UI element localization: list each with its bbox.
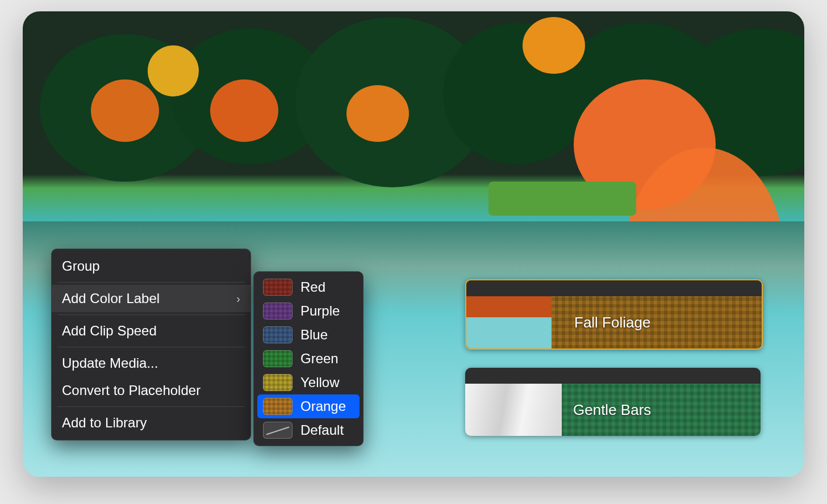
menu-item-label: Update Media... <box>62 355 158 371</box>
clip-thumbnail <box>466 296 552 348</box>
clip-name: Fall Foliage <box>574 314 650 331</box>
clip-thumbnail <box>465 384 562 436</box>
menu-separator <box>57 314 245 315</box>
color-option-orange[interactable]: Orange <box>257 394 360 418</box>
color-option-purple[interactable]: Purple <box>257 299 360 323</box>
color-option-label: Green <box>300 351 339 367</box>
clip-fall-foliage[interactable]: Fall Foliage <box>465 279 763 350</box>
menu-item-add-clip-speed[interactable]: Add Clip Speed <box>52 317 250 345</box>
color-swatch-icon <box>263 374 293 391</box>
color-option-default[interactable]: Default <box>257 418 360 442</box>
menu-item-convert-to-placeholder[interactable]: Convert to Placeholder <box>52 377 250 404</box>
color-option-blue[interactable]: Blue <box>257 323 360 347</box>
color-swatch-icon <box>263 350 293 367</box>
clip-gentle-bars[interactable]: Gentle Bars <box>465 368 761 436</box>
menu-item-group[interactable]: Group <box>52 253 250 280</box>
color-swatch-icon <box>263 326 293 343</box>
menu-item-label: Group <box>62 258 100 274</box>
color-option-red[interactable]: Red <box>257 275 360 299</box>
menu-item-add-color-label[interactable]: Add Color Label › <box>52 285 250 312</box>
color-swatch-icon <box>263 303 293 320</box>
color-option-label: Yellow <box>300 375 340 390</box>
menu-item-label: Convert to Placeholder <box>62 383 201 398</box>
menu-item-add-to-library[interactable]: Add to Library <box>52 409 250 436</box>
color-swatch-icon <box>263 422 293 439</box>
color-option-label: Orange <box>300 398 346 414</box>
color-option-label: Red <box>300 279 325 295</box>
color-option-yellow[interactable]: Yellow <box>257 371 360 394</box>
menu-separator <box>57 406 245 407</box>
preview-card: Group Add Color Label › Add Clip Speed U… <box>23 11 804 477</box>
menu-item-label: Add Clip Speed <box>62 323 157 339</box>
context-menu: Group Add Color Label › Add Clip Speed U… <box>51 249 251 440</box>
color-option-label: Default <box>300 422 344 438</box>
clip-name: Gentle Bars <box>573 401 651 419</box>
color-label-submenu: Red Purple Blue Green Yellow Orange <box>253 271 364 446</box>
menu-separator <box>57 347 245 347</box>
color-option-green[interactable]: Green <box>257 347 360 371</box>
color-swatch-icon <box>263 279 293 296</box>
color-option-label: Blue <box>300 327 328 343</box>
menu-item-update-media[interactable]: Update Media... <box>52 350 250 377</box>
color-swatch-icon <box>263 398 293 415</box>
menu-item-label: Add Color Label <box>62 291 160 306</box>
clip-title-bar <box>466 280 762 296</box>
chevron-right-icon: › <box>236 292 240 305</box>
clip-title-bar <box>465 368 761 384</box>
menu-separator <box>57 282 245 283</box>
color-option-label: Purple <box>300 303 340 319</box>
menu-item-label: Add to Library <box>62 415 147 431</box>
